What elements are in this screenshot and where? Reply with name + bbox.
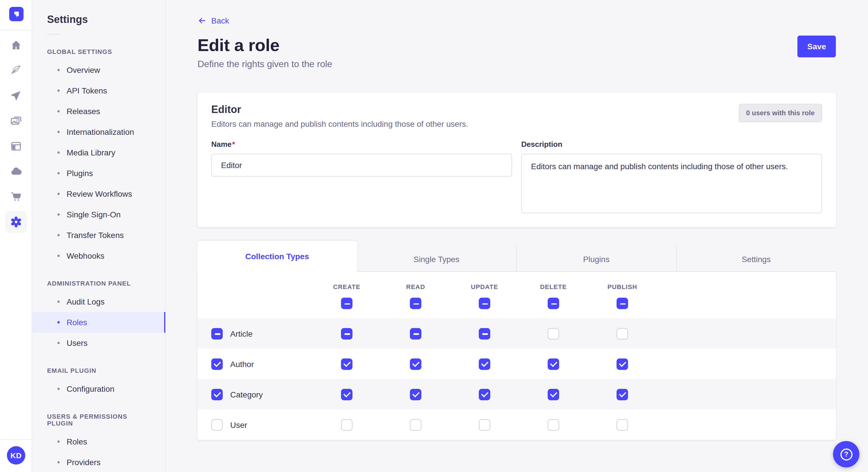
bullet-icon: [57, 213, 60, 216]
tab-single-types[interactable]: Single Types: [357, 246, 516, 272]
row-label: Article: [230, 329, 253, 338]
category-row-checkbox[interactable]: [211, 389, 223, 400]
user-read-checkbox[interactable]: [410, 419, 422, 430]
category-delete-checkbox[interactable]: [548, 389, 559, 400]
bullet-icon: [57, 388, 60, 390]
select-all-update-checkbox[interactable]: [479, 298, 490, 309]
bullet-icon: [57, 90, 60, 92]
help-button[interactable]: [833, 441, 859, 467]
role-summary: Editors can manage and publish contents …: [211, 119, 468, 129]
gear-icon[interactable]: [5, 211, 27, 233]
author-read-checkbox[interactable]: [410, 358, 422, 370]
article-row-checkbox[interactable]: [211, 328, 223, 339]
table-row-article: Article: [197, 318, 836, 349]
tab-collection-types[interactable]: Collection Types: [197, 241, 357, 272]
article-delete-checkbox[interactable]: [548, 328, 559, 339]
sidebar-item-providers[interactable]: Providers: [32, 452, 165, 472]
sidebar-item-configuration[interactable]: Configuration: [32, 378, 165, 399]
media-library-icon[interactable]: [5, 110, 27, 132]
select-all-delete-checkbox[interactable]: [548, 298, 559, 309]
select-all-publish-checkbox[interactable]: [617, 298, 628, 309]
sidebar-item-audit-logs[interactable]: Audit Logs: [32, 291, 165, 312]
tab-settings[interactable]: Settings: [676, 246, 836, 272]
article-update-checkbox[interactable]: [479, 328, 490, 339]
sidebar-item-users[interactable]: Users: [32, 333, 165, 353]
feather-icon[interactable]: [5, 60, 27, 81]
sidebar-item-plugins[interactable]: Plugins: [32, 163, 165, 183]
sidebar-item-label: Review Workflows: [67, 189, 132, 198]
sidebar-item-label: Media Library: [67, 148, 115, 157]
article-create-checkbox[interactable]: [341, 328, 352, 339]
sidebar-item-webhooks[interactable]: Webhooks: [32, 245, 165, 266]
nav-list-email-plugin: Configuration: [32, 378, 165, 399]
sidebar-item-roles[interactable]: Roles: [32, 312, 165, 333]
cart-icon[interactable]: [5, 186, 27, 208]
users-with-role-button[interactable]: 0 users with this role: [739, 104, 822, 122]
sidebar-item-overview[interactable]: Overview: [32, 60, 165, 80]
section-label-users-permissions-plugin: USERS & PERMISSIONS PLUGIN: [47, 413, 150, 427]
sidebar-item-up-roles[interactable]: Roles: [32, 431, 165, 452]
bullet-icon: [57, 110, 60, 112]
select-all-read-checkbox[interactable]: [410, 298, 422, 309]
section-label-email-plugin: EMAIL PLUGIN: [47, 367, 150, 374]
tab-plugins[interactable]: Plugins: [516, 246, 676, 272]
avatar[interactable]: KD: [7, 446, 25, 465]
article-read-checkbox[interactable]: [410, 328, 422, 339]
category-publish-checkbox[interactable]: [617, 389, 628, 400]
bullet-icon: [57, 321, 60, 324]
cloud-icon[interactable]: [5, 161, 27, 182]
select-all-create-checkbox[interactable]: [341, 298, 352, 309]
sidebar-item-label: Roles: [67, 437, 87, 446]
role-details-card: Editor Editors can manage and publish co…: [197, 92, 836, 227]
table-row-user: User: [197, 409, 836, 440]
sidebar-item-internationalization[interactable]: Internationalization: [32, 122, 165, 142]
sidebar-item-review-workflows[interactable]: Review Workflows: [32, 183, 165, 204]
back-link[interactable]: Back: [197, 16, 229, 25]
user-row-checkbox[interactable]: [211, 419, 223, 430]
description-textarea[interactable]: Editors can manage and publish contents …: [521, 154, 822, 213]
column-header-update: UPDATE: [471, 283, 498, 290]
author-update-checkbox[interactable]: [479, 358, 490, 370]
author-row-checkbox[interactable]: [211, 358, 223, 370]
bullet-icon: [57, 301, 60, 303]
user-create-checkbox[interactable]: [341, 419, 352, 430]
sidebar-item-media-library[interactable]: Media Library: [32, 142, 165, 163]
author-delete-checkbox[interactable]: [548, 358, 559, 370]
tab-label: Plugins: [583, 255, 610, 264]
sidebar-item-api-tokens[interactable]: API Tokens: [32, 80, 165, 101]
bullet-icon: [57, 461, 60, 463]
row-label: User: [230, 420, 247, 429]
description-label: Description: [521, 140, 562, 148]
category-create-checkbox[interactable]: [341, 389, 352, 400]
name-label: Name*: [211, 140, 235, 148]
nav-list-administration-panel: Audit Logs Roles Users: [32, 291, 165, 353]
row-label: Category: [230, 390, 263, 399]
user-update-checkbox[interactable]: [479, 419, 490, 430]
author-create-checkbox[interactable]: [341, 358, 352, 370]
sidebar-item-releases[interactable]: Releases: [32, 101, 165, 122]
save-button[interactable]: Save: [798, 36, 836, 57]
sidebar-item-transfer-tokens[interactable]: Transfer Tokens: [32, 225, 165, 245]
arrow-left-icon: [197, 16, 207, 25]
user-delete-checkbox[interactable]: [548, 419, 559, 430]
article-publish-checkbox[interactable]: [617, 328, 628, 339]
back-label: Back: [211, 16, 229, 25]
question-mark-icon: [840, 448, 852, 460]
nav-list-users-permissions-plugin: Roles Providers: [32, 431, 165, 472]
sidebar-item-label: Users: [67, 338, 88, 347]
sidebar-item-single-sign-on[interactable]: Single Sign-On: [32, 204, 165, 225]
user-publish-checkbox[interactable]: [617, 419, 628, 430]
home-icon[interactable]: [5, 34, 27, 56]
sidebar-title: Settings: [32, 0, 165, 26]
sidebar-item-label: Configuration: [67, 384, 115, 394]
author-publish-checkbox[interactable]: [617, 358, 628, 370]
bullet-icon: [57, 193, 60, 195]
category-update-checkbox[interactable]: [479, 389, 490, 400]
paper-plane-icon[interactable]: [5, 85, 27, 107]
layout-icon[interactable]: [5, 135, 27, 157]
name-input[interactable]: [211, 154, 512, 177]
bullet-icon: [57, 151, 60, 154]
category-read-checkbox[interactable]: [410, 389, 422, 400]
permissions-section: Collection Types Single Types Plugins Se…: [197, 241, 836, 440]
strapi-logo[interactable]: [9, 7, 24, 21]
